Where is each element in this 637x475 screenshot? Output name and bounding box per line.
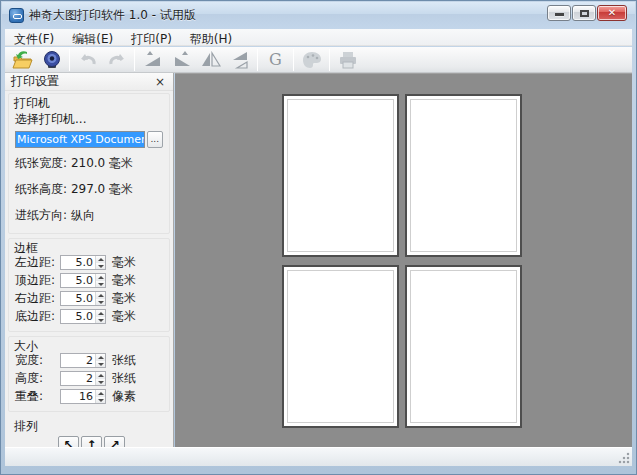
menu-help[interactable]: 帮助(H) [181,30,241,45]
capture-button[interactable] [37,48,66,72]
spinner-down-icon[interactable] [96,299,105,306]
flip-horizontal-icon [201,51,221,69]
redo-arrow-icon [107,51,127,69]
arrow-up-left-icon: ↖ [63,438,73,447]
printer-name-value: Microsoft XPS Document Writer [16,132,145,147]
status-bar [5,447,632,466]
close-button[interactable]: ✕ [597,5,627,21]
undo-arrow-icon [78,51,98,69]
app-icon [9,8,24,23]
overlap-unit: 像素 [112,388,136,405]
toolbar-separator [293,49,294,71]
margin-top-row: 顶边距: 5.0 毫米 [12,272,166,289]
feed-direction-label: 进纸方向: [15,208,67,222]
spinner-down-icon[interactable] [96,397,105,404]
flip-vertical-button[interactable] [225,48,254,72]
paper-height-label: 纸张高度: [15,182,67,196]
arrange-up-button[interactable]: ↑ [81,436,102,447]
rotate-right-button[interactable] [167,48,196,72]
height-value: 2 [61,372,95,385]
margin-left-unit: 毫米 [112,254,136,271]
margin-right-row: 右边距: 5.0 毫米 [12,290,166,307]
grayscale-button[interactable]: G [261,48,290,72]
paper-width-info: 纸张宽度: 210.0 毫米 [12,150,166,176]
maximize-button[interactable] [572,5,596,21]
preview-area[interactable] [175,73,632,447]
feed-direction-info: 进纸方向: 纵向 [12,202,166,228]
margin-bottom-label: 底边距: [12,308,60,325]
page-preview-3[interactable] [282,265,399,428]
size-group-label: 大小 [14,338,38,355]
toolbar-separator [329,49,330,71]
minimize-button[interactable] [547,5,571,21]
select-printer-label: 选择打印机... [12,109,166,130]
toolbar: G [5,47,632,73]
panel-close-icon[interactable]: × [153,77,167,87]
camera-icon [42,50,62,70]
spinner-down-icon[interactable] [96,361,105,368]
margin-right-value: 5.0 [61,292,95,305]
menu-bar: 文件(F) 编辑(E) 打印(P) 帮助(H) [5,29,632,46]
printer-group: 打印机 选择打印机... Microsoft XPS Document Writ… [8,93,170,234]
open-image-button[interactable] [8,48,37,72]
rotate-right-icon [172,51,192,69]
redo-button [102,48,131,72]
paper-width-value: 210.0 [71,156,105,170]
resize-grip-icon[interactable] [617,451,630,464]
window-title: 神奇大图打印软件 1.0 - 试用版 [29,7,196,24]
panel-header: 打印设置 × [5,73,173,91]
rotate-left-button[interactable] [138,48,167,72]
browse-printer-button[interactable]: ... [147,131,163,148]
size-group: 大小 宽度: 2 张纸 高度: 2 张纸 重叠: [8,336,170,412]
undo-button [73,48,102,72]
margin-bottom-row: 底边距: 5.0 毫米 [12,308,166,325]
page-preview-1[interactable] [282,94,399,257]
margin-right-label: 右边距: [12,290,60,307]
printer-group-label: 打印机 [14,95,50,112]
margin-bottom-stepper[interactable]: 5.0 [60,309,106,324]
palette-icon [302,51,322,69]
height-unit: 张纸 [112,370,136,387]
page-preview-2[interactable] [405,94,522,257]
maximize-icon [580,10,589,17]
height-stepper[interactable]: 2 [60,371,106,386]
paper-height-unit: 毫米 [109,182,133,196]
margin-top-unit: 毫米 [112,272,136,289]
folder-open-icon [12,50,34,70]
menu-print[interactable]: 打印(P) [122,30,181,45]
margin-right-stepper[interactable]: 5.0 [60,291,106,306]
spinner-down-icon[interactable] [96,379,105,386]
title-bar: 神奇大图打印软件 1.0 - 试用版 ✕ [2,2,635,29]
margin-top-value: 5.0 [61,274,95,287]
margin-top-stepper[interactable]: 5.0 [60,273,106,288]
menu-edit[interactable]: 编辑(E) [63,30,122,45]
toolbar-separator [69,49,70,71]
page-grid [282,94,522,428]
arrange-up-right-button[interactable]: ↗ [104,436,125,447]
letter-g-icon: G [269,50,282,69]
overlap-stepper[interactable]: 16 [60,389,106,404]
arrange-up-left-button[interactable]: ↖ [58,436,79,447]
spinner-down-icon[interactable] [96,263,105,270]
minimize-icon [555,13,564,16]
height-label: 高度: [12,370,60,387]
margin-right-unit: 毫米 [112,290,136,307]
printer-icon [338,51,358,69]
arrange-group-label: 排列 [14,418,38,435]
page-preview-4[interactable] [405,265,522,428]
flip-horizontal-button[interactable] [196,48,225,72]
spinner-down-icon[interactable] [96,317,105,324]
margin-bottom-unit: 毫米 [112,308,136,325]
flip-vertical-icon [230,51,250,69]
margin-bottom-value: 5.0 [61,310,95,323]
toolbar-separator [134,49,135,71]
close-icon: ✕ [598,7,626,18]
margin-left-value: 5.0 [61,256,95,269]
margin-left-stepper[interactable]: 5.0 [60,255,106,270]
width-stepper[interactable]: 2 [60,353,106,368]
overlap-label: 重叠: [12,388,60,405]
margins-group: 边框 左边距: 5.0 毫米 顶边距: 5.0 毫米 右边距: [8,238,170,332]
spinner-down-icon[interactable] [96,281,105,288]
printer-name-input[interactable]: Microsoft XPS Document Writer [15,131,145,148]
menu-file[interactable]: 文件(F) [5,30,63,45]
